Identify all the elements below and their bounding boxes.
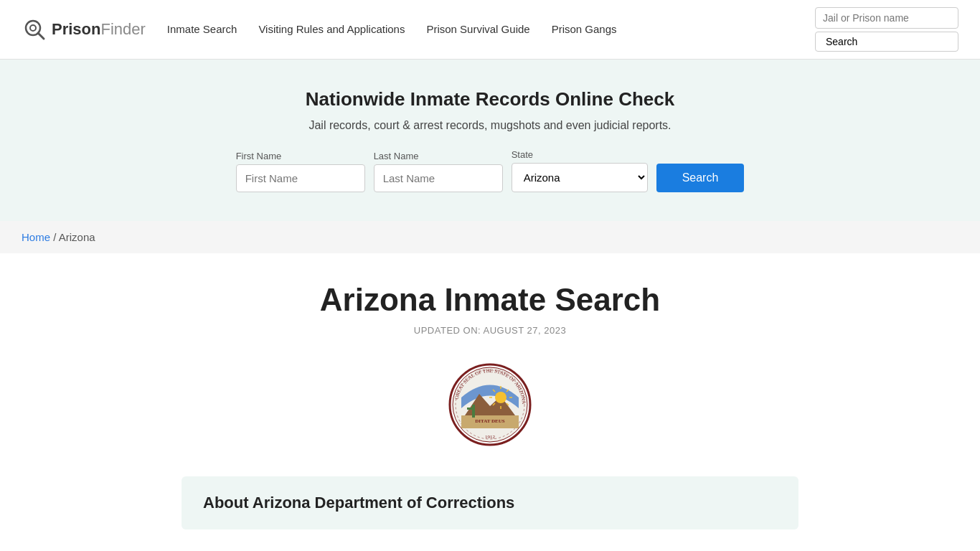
first-name-label: First Name: [236, 151, 365, 161]
hero-subtitle: Jail records, court & arrest records, mu…: [14, 119, 966, 132]
svg-text:1912: 1912: [485, 434, 496, 440]
site-header: PrisonFinder Inmate Search Visiting Rule…: [0, 0, 980, 60]
svg-point-7: [495, 392, 507, 403]
breadcrumb-home[interactable]: Home: [22, 231, 50, 243]
svg-point-1: [30, 25, 36, 31]
hero-search-button[interactable]: Search: [656, 164, 745, 192]
nav-prison-gangs[interactable]: Prison Gangs: [552, 22, 617, 37]
hero-section: Nationwide Inmate Records Online Check J…: [0, 60, 980, 221]
breadcrumb-current: Arizona: [59, 231, 95, 243]
logo-prison-text: Prison: [52, 20, 100, 38]
jail-search-button[interactable]: Search: [815, 32, 958, 52]
svg-line-2: [38, 33, 44, 39]
arizona-seal-container: GREAT SEAL OF THE STATE OF ARIZONA DITAT…: [182, 362, 798, 448]
last-name-input[interactable]: [374, 164, 503, 192]
last-name-group: Last Name: [374, 151, 503, 192]
last-name-label: Last Name: [374, 151, 503, 161]
hero-title: Nationwide Inmate Records Online Check: [14, 88, 966, 110]
nav-inmate-search[interactable]: Inmate Search: [167, 22, 237, 37]
state-select[interactable]: AlabamaAlaskaArizonaArkansasCaliforniaCo…: [512, 163, 648, 192]
first-name-group: First Name: [236, 151, 365, 192]
breadcrumb: Home / Arizona: [0, 221, 980, 253]
about-section: About Arizona Department of Corrections: [182, 476, 798, 529]
main-content: Arizona Inmate Search UPDATED ON: AUGUST…: [167, 253, 813, 551]
svg-text:DITAT DEUS: DITAT DEUS: [475, 418, 505, 424]
nav-prison-survival[interactable]: Prison Survival Guide: [426, 22, 529, 37]
logo-finder-text: Finder: [100, 20, 145, 38]
about-heading: About Arizona Department of Corrections: [203, 494, 777, 512]
updated-date: UPDATED ON: AUGUST 27, 2023: [182, 325, 798, 336]
state-label: State: [512, 149, 648, 160]
logo-link[interactable]: PrisonFinder: [22, 17, 146, 42]
main-nav: Inmate Search Visiting Rules and Applica…: [167, 22, 793, 37]
arizona-seal: GREAT SEAL OF THE STATE OF ARIZONA DITAT…: [447, 362, 533, 448]
inmate-search-form: First Name Last Name State AlabamaAlaska…: [14, 149, 966, 192]
svg-rect-18: [467, 408, 474, 410]
page-title: Arizona Inmate Search: [182, 282, 798, 318]
breadcrumb-separator: /: [53, 231, 59, 243]
jail-search-input[interactable]: [815, 7, 958, 29]
header-search-area: Search: [815, 7, 958, 52]
nav-visiting-rules[interactable]: Visiting Rules and Applications: [258, 22, 405, 37]
logo-icon: [22, 17, 47, 42]
svg-rect-17: [472, 405, 475, 418]
state-group: State AlabamaAlaskaArizonaArkansasCalifo…: [512, 149, 648, 192]
first-name-input[interactable]: [236, 164, 365, 192]
